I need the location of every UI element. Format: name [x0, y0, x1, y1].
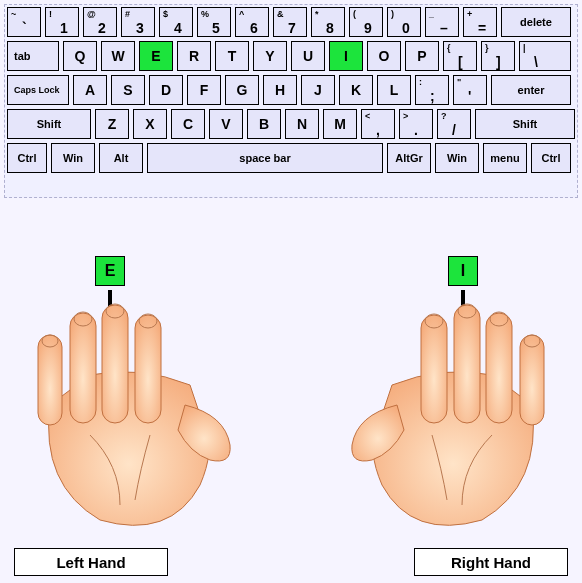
- key-5[interactable]: %5: [197, 7, 231, 37]
- key-h[interactable]: H: [263, 75, 297, 105]
- key-label: Win: [63, 152, 83, 164]
- key-b[interactable]: B: [247, 109, 281, 139]
- key-t[interactable]: T: [215, 41, 249, 71]
- key-j[interactable]: J: [301, 75, 335, 105]
- key-alt[interactable]: Alt: [99, 143, 143, 173]
- key-s[interactable]: S: [111, 75, 145, 105]
- key-main-label: .: [414, 122, 418, 138]
- svg-rect-3: [135, 315, 161, 423]
- key-main-label: /: [452, 122, 456, 138]
- key-main-label: [: [458, 54, 463, 70]
- key-4[interactable]: $4: [159, 7, 193, 37]
- key-9[interactable]: (9: [349, 7, 383, 37]
- key-sub-label: ^: [239, 9, 244, 19]
- key-sub-label: {: [447, 43, 451, 53]
- key-label: Z: [108, 116, 117, 132]
- key-[interactable]: {[: [443, 41, 477, 71]
- key-7[interactable]: &7: [273, 7, 307, 37]
- key-8[interactable]: *8: [311, 7, 345, 37]
- key-[interactable]: |\: [519, 41, 571, 71]
- key-menu[interactable]: menu: [483, 143, 527, 173]
- key-enter[interactable]: enter: [491, 75, 571, 105]
- key-y[interactable]: Y: [253, 41, 287, 71]
- key-[interactable]: }]: [481, 41, 515, 71]
- key-main-label: 8: [326, 20, 334, 36]
- key-0[interactable]: )0: [387, 7, 421, 37]
- key-k[interactable]: K: [339, 75, 373, 105]
- key-main-label: ]: [496, 54, 501, 70]
- key-shift[interactable]: Shift: [475, 109, 575, 139]
- key-sub-label: *: [315, 9, 319, 19]
- key-delete[interactable]: delete: [501, 7, 571, 37]
- key-[interactable]: ?/: [437, 109, 471, 139]
- key-[interactable]: "': [453, 75, 487, 105]
- key-shift[interactable]: Shift: [7, 109, 91, 139]
- key-sub-label: &: [277, 9, 284, 19]
- key-label: AltGr: [395, 152, 423, 164]
- key-u[interactable]: U: [291, 41, 325, 71]
- key-3[interactable]: #3: [121, 7, 155, 37]
- key-[interactable]: +=: [463, 7, 497, 37]
- key-d[interactable]: D: [149, 75, 183, 105]
- key-label: H: [275, 82, 285, 98]
- key-ctrl[interactable]: Ctrl: [531, 143, 571, 173]
- key-1[interactable]: !1: [45, 7, 79, 37]
- key-sub-label: @: [87, 9, 96, 19]
- key-label: I: [344, 48, 348, 64]
- key-[interactable]: ~`: [7, 7, 41, 37]
- key-label: Q: [75, 48, 86, 64]
- key-6[interactable]: ^6: [235, 7, 269, 37]
- key-main-label: 1: [60, 20, 68, 36]
- key-a[interactable]: A: [73, 75, 107, 105]
- key-q[interactable]: Q: [63, 41, 97, 71]
- key-2[interactable]: @2: [83, 7, 117, 37]
- key-e[interactable]: E: [139, 41, 173, 71]
- key-label: Ctrl: [18, 152, 37, 164]
- key-label: Ctrl: [542, 152, 561, 164]
- key-ctrl[interactable]: Ctrl: [7, 143, 47, 173]
- keyboard-row-4: ShiftZXCVBNM<,>.?/Shift: [7, 109, 575, 139]
- key-l[interactable]: L: [377, 75, 411, 105]
- key-[interactable]: :;: [415, 75, 449, 105]
- key-label: T: [228, 48, 237, 64]
- key-win[interactable]: Win: [435, 143, 479, 173]
- key-win[interactable]: Win: [51, 143, 95, 173]
- svg-rect-11: [421, 315, 447, 423]
- key-label: D: [161, 82, 171, 98]
- right-hand-label: Right Hand: [414, 548, 568, 576]
- key-sub-label: ~: [11, 9, 16, 19]
- key-w[interactable]: W: [101, 41, 135, 71]
- key-[interactable]: <,: [361, 109, 395, 139]
- key-label: G: [237, 82, 248, 98]
- key-label: M: [334, 116, 346, 132]
- key-v[interactable]: V: [209, 109, 243, 139]
- key-[interactable]: _–: [425, 7, 459, 37]
- key-z[interactable]: Z: [95, 109, 129, 139]
- key-[interactable]: >.: [399, 109, 433, 139]
- key-r[interactable]: R: [177, 41, 211, 71]
- key-label: L: [390, 82, 399, 98]
- key-p[interactable]: P: [405, 41, 439, 71]
- key-i[interactable]: I: [329, 41, 363, 71]
- key-label: B: [259, 116, 269, 132]
- keyboard-row-3: Caps LockASDFGHJKL:;"'enter: [7, 75, 575, 105]
- key-main-label: ,: [376, 122, 380, 138]
- key-spacebar[interactable]: space bar: [147, 143, 383, 173]
- key-main-label: 7: [288, 20, 296, 36]
- key-label: Caps Lock: [14, 85, 60, 95]
- key-sub-label: (: [353, 9, 356, 19]
- key-f[interactable]: F: [187, 75, 221, 105]
- key-label: U: [303, 48, 313, 64]
- key-c[interactable]: C: [171, 109, 205, 139]
- key-n[interactable]: N: [285, 109, 319, 139]
- svg-rect-0: [38, 335, 62, 425]
- key-altgr[interactable]: AltGr: [387, 143, 431, 173]
- key-sub-label: ": [457, 77, 461, 87]
- key-capslock[interactable]: Caps Lock: [7, 75, 69, 105]
- key-tab[interactable]: tab: [7, 41, 59, 71]
- key-o[interactable]: O: [367, 41, 401, 71]
- key-x[interactable]: X: [133, 109, 167, 139]
- key-m[interactable]: M: [323, 109, 357, 139]
- key-main-label: `: [22, 20, 27, 36]
- key-g[interactable]: G: [225, 75, 259, 105]
